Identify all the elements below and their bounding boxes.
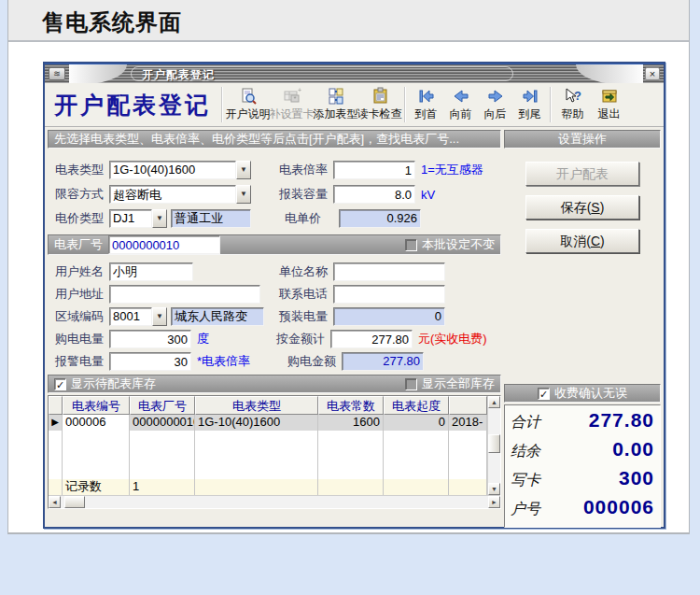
phone-label: 联系电话 [279, 286, 333, 303]
show-pending-stock-checkbox[interactable] [54, 378, 66, 390]
cancel-button-text: ) [600, 234, 605, 248]
toolbar-heading: 开户配表登记 [49, 90, 218, 120]
cancel-button[interactable]: 取消(C) [525, 229, 639, 253]
meter-type-select[interactable]: 1G-10(40)1600 ▼ [109, 161, 251, 179]
meter-ratio-input[interactable] [333, 161, 415, 179]
record-count-label: 记录数 [63, 479, 130, 495]
grid-header-meter-no[interactable]: 电表编号 [63, 396, 130, 415]
chevron-down-icon[interactable]: ▼ [152, 209, 167, 228]
buy-qty-input[interactable] [109, 330, 191, 348]
toolbar-button-label: 到尾 [519, 106, 541, 122]
help-button[interactable]: ? 帮助 [554, 84, 591, 125]
area-name: 城东人民路变 [171, 307, 264, 326]
buy-qty-note: 度 [197, 331, 209, 347]
toolbar-button-label: 补设置卡 [270, 106, 315, 122]
scroll-left-icon[interactable]: ◄ [49, 496, 61, 508]
save-button[interactable]: 保存(S) [525, 195, 639, 220]
address-input[interactable] [109, 285, 260, 304]
show-all-stock-checkbox[interactable] [405, 378, 417, 390]
assign-meter-button: 开户配表 [525, 162, 639, 186]
toolbar-button-label: 向前 [450, 106, 472, 122]
chevron-down-icon[interactable]: ▼ [152, 307, 167, 326]
limit-mode-select[interactable]: 超容断电 ▼ [109, 185, 251, 204]
chevron-down-icon[interactable]: ▼ [236, 161, 251, 179]
go-last-button[interactable]: 到尾 [512, 84, 547, 125]
actions-header-bar: 设置操作 [504, 130, 661, 149]
grid-data-row[interactable]: ▶ 000006 0000000010 1G-10(40)1600 1600 0… [49, 415, 487, 431]
buy-amount-value: 277.80 [342, 352, 424, 371]
factory-number-bar: 电表厂号 本批设定不变 [48, 234, 501, 255]
cell-meter-no[interactable]: 000006 [63, 415, 130, 431]
by-amount-input[interactable] [330, 330, 413, 348]
scroll-up-icon[interactable]: ▲ [488, 396, 500, 408]
by-amount-note: 元(实收电费) [418, 331, 487, 347]
total-row-balance: 结余 0.00 [511, 438, 654, 467]
scroll-right-icon[interactable]: ► [488, 496, 500, 508]
app-logo-icon: ≋ [49, 67, 65, 80]
scroll-down-icon[interactable]: ▼ [488, 483, 500, 495]
price-type-label: 电价类型 [55, 210, 109, 227]
grid-header-extra[interactable] [449, 396, 487, 415]
save-button-key: S [591, 200, 599, 215]
titlebar-swoosh [576, 64, 643, 83]
price-type-select[interactable]: DJ1 ▼ [109, 209, 167, 228]
grid-header-start-reading[interactable]: 电表起度 [384, 396, 449, 415]
meter-type-value: 1G-10(40)1600 [109, 161, 236, 179]
cell-factory-no[interactable]: 0000000010 [130, 415, 195, 431]
cell-start-reading[interactable]: 0 [384, 415, 449, 431]
chevron-down-icon[interactable]: ▼ [236, 185, 251, 204]
add-meter-type-button[interactable]: 添加表型 [314, 84, 357, 125]
capacity-input[interactable] [333, 185, 415, 204]
open-account-help-button[interactable]: 开户说明 [226, 84, 270, 125]
hint-text: 先选择电表类型、电表倍率、电价类型等后点击[开户配表]，查找电表厂号... [54, 131, 459, 148]
grid-header-row: 电表编号 电表厂号 电表类型 电表常数 电表起度 [49, 396, 487, 415]
toolbar-button-label: 开户说明 [226, 106, 271, 122]
cell-date[interactable]: 2018- [449, 415, 487, 431]
user-name-input[interactable] [109, 262, 193, 281]
go-next-button[interactable]: 向后 [478, 84, 512, 125]
account-no-label: 户号 [511, 500, 540, 519]
meter-ratio-note: 1=无互感器 [421, 162, 483, 178]
toolbar-button-label: 帮助 [562, 106, 584, 122]
cell-constant[interactable]: 1600 [318, 415, 384, 431]
close-icon[interactable]: × [645, 67, 660, 80]
dialog-title: 开户配表登记 [142, 67, 215, 83]
unit-price-label: 电单价 [285, 210, 339, 227]
actions-header: 设置操作 [558, 131, 607, 148]
grid-header-meter-type[interactable]: 电表类型 [195, 396, 318, 415]
content-panel: 售电系统界面 ≋ 开户配表登记 × 开户配表登记 开户说明 [7, 0, 690, 534]
fee-confirm-checkbox[interactable] [538, 388, 550, 400]
preset-qty-label: 预装电量 [279, 308, 333, 325]
left-column: 先选择电表类型、电表倍率、电价类型等后点击[开户配表]，查找电表厂号... 电表… [48, 130, 501, 528]
save-button-text: ) [600, 200, 605, 215]
go-first-icon [417, 87, 436, 106]
dialog-titlebar[interactable]: ≋ 开户配表登记 × [45, 64, 664, 83]
exit-button[interactable]: 退出 [591, 84, 627, 125]
dialog-client-area: 先选择电表类型、电表倍率、电价类型等后点击[开户配表]，查找电表厂号... 电表… [45, 127, 664, 528]
page-title: 售电系统界面 [8, 0, 689, 37]
grid-horizontal-scrollbar[interactable]: ◄ ► [49, 495, 500, 508]
factory-number-input[interactable] [108, 235, 220, 254]
fee-confirm-bar: 收费确认无误 [504, 384, 661, 403]
go-first-button[interactable]: 到首 [409, 84, 443, 125]
titlebar-swoosh [69, 64, 127, 83]
preset-qty-value: 0 [333, 307, 445, 326]
phone-input[interactable] [333, 285, 445, 304]
unit-name-input[interactable] [333, 262, 445, 281]
grid-empty-area [49, 431, 487, 479]
doc-magnifier-icon [239, 87, 258, 106]
read-card-check-button[interactable]: 读卡检查 [357, 84, 401, 125]
alarm-qty-input[interactable] [109, 352, 191, 371]
horizontal-scroll-thumb[interactable] [64, 496, 85, 508]
batch-fixed-checkbox[interactable] [405, 239, 417, 251]
cell-meter-type[interactable]: 1G-10(40)1600 [195, 415, 318, 431]
add-meter-type-icon [327, 87, 345, 106]
grid-header-constant[interactable]: 电表常数 [318, 396, 384, 415]
address-label: 用户地址 [55, 286, 109, 303]
vertical-scroll-thumb[interactable] [488, 434, 500, 453]
total-label: 合计 [511, 413, 540, 432]
grid-vertical-scrollbar[interactable]: ▲ ▼ [487, 396, 500, 495]
go-previous-button[interactable]: 向前 [443, 84, 478, 125]
area-code-select[interactable]: 8001 ▼ [109, 307, 167, 326]
grid-header-factory-no[interactable]: 电表厂号 [130, 396, 195, 415]
